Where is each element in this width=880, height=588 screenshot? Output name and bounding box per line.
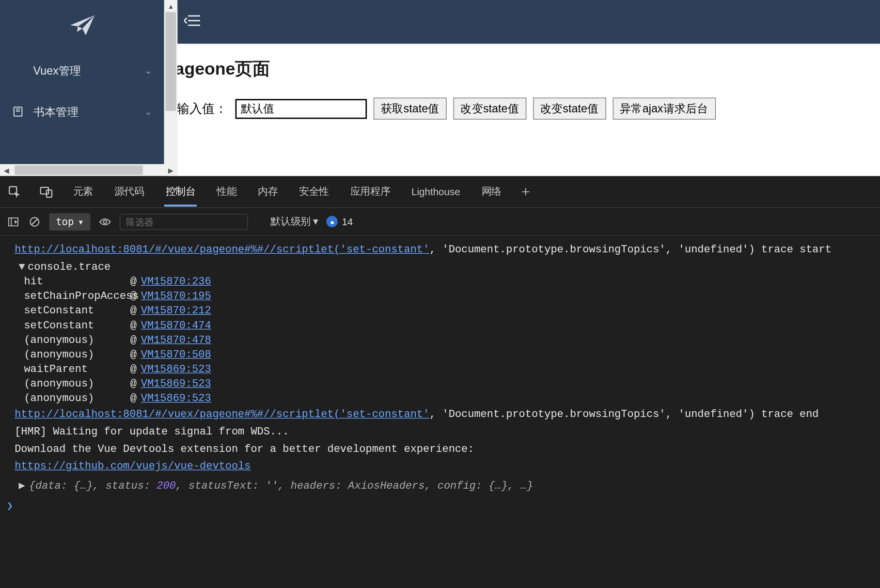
tab-memory[interactable]: 内存 — [256, 177, 279, 206]
trace-row: setConstant@ VM15870:212 — [0, 304, 880, 318]
trace-row: (anonymous)@ VM15870:508 — [0, 347, 880, 362]
console-link[interactable]: https://github.com/vuejs/vue-devtools — [15, 461, 251, 473]
tab-performance[interactable]: 性能 — [215, 177, 238, 206]
context-selector[interactable]: top▾ — [49, 213, 90, 231]
console-line: http://localhost:8081/#/vuex/pageone#%#/… — [0, 241, 880, 259]
trace-fn: setConstant — [24, 320, 130, 332]
scroll-thumb[interactable] — [15, 166, 143, 175]
trace-row: setChainPropAccess@ VM15870:195 — [0, 289, 880, 304]
trace-at: @ — [130, 349, 141, 361]
trace-location-link[interactable]: VM15870:508 — [141, 349, 211, 361]
trace-row: (anonymous)@ VM15869:523 — [0, 377, 880, 391]
log-level-label: 默认级别 — [270, 215, 310, 226]
obj-status: 200 — [157, 480, 176, 493]
obj-text: {data: {…}, status: — [29, 480, 157, 493]
clear-console-icon[interactable] — [28, 215, 41, 228]
set-state-button-2[interactable]: 改变state值 — [533, 98, 606, 120]
trace-location-link[interactable]: VM15870:474 — [141, 320, 211, 332]
sidebar-item-book[interactable]: 书本管理 ⌄ — [0, 91, 164, 132]
add-tab-icon[interactable]: + — [521, 183, 530, 201]
obj-text: , statusText: '', headers: AxiosHeaders,… — [176, 480, 533, 493]
tab-sources[interactable]: 源代码 — [113, 177, 145, 206]
console-prompt[interactable]: ❯ — [0, 495, 880, 516]
svg-line-12 — [32, 219, 37, 224]
trace-location-link[interactable]: VM15869:523 — [141, 393, 211, 405]
devtools-panel: 元素 源代码 控制台 性能 内存 安全性 应用程序 Lighthouse 网络 … — [0, 176, 880, 588]
value-input[interactable] — [236, 99, 367, 119]
page-content: pageone页面 请输入值： 获取state值 改变state值 改变stat… — [164, 44, 880, 120]
trace-row: (anonymous)@ VM15869:523 — [0, 391, 880, 406]
trace-location-link[interactable]: VM15870:212 — [141, 305, 211, 317]
trace-location-link[interactable]: VM15869:523 — [141, 378, 211, 390]
trace-location-link[interactable]: VM15870:236 — [141, 276, 211, 288]
tab-console[interactable]: 控制台 — [164, 177, 197, 206]
trace-location-link[interactable]: VM15870:478 — [141, 334, 211, 346]
svg-point-13 — [103, 220, 107, 223]
issues-badge[interactable]: ●14 — [327, 216, 353, 227]
sidebar-item-label: Vuex管理 — [33, 63, 144, 78]
trace-fn: (anonymous) — [24, 334, 130, 346]
inspect-element-icon[interactable] — [8, 185, 21, 198]
toggle-drawer-icon[interactable] — [7, 215, 20, 228]
tab-application[interactable]: 应用程序 — [349, 177, 392, 206]
devtools-tabs: 元素 源代码 控制台 性能 内存 安全性 应用程序 Lighthouse 网络 … — [0, 176, 880, 208]
trace-fn: (anonymous) — [24, 349, 130, 361]
trace-location-link[interactable]: VM15870:195 — [141, 290, 211, 302]
sidebar-hscrollbar[interactable]: ◀ ▶ — [0, 164, 177, 176]
tab-lighthouse[interactable]: Lighthouse — [410, 178, 461, 205]
ajax-error-button[interactable]: 异常ajax请求后台 — [613, 98, 716, 120]
set-state-button-1[interactable]: 改变state值 — [453, 98, 526, 120]
app-logo — [0, 0, 164, 50]
trace-at: @ — [130, 290, 141, 302]
sidebar-vscrollbar[interactable]: ▲ ▼ — [164, 0, 177, 176]
console-line: [HMR] Waiting for update signal from WDS… — [0, 423, 880, 441]
trace-header[interactable]: ▼console.trace — [0, 259, 880, 275]
trace-fn: hit — [24, 276, 130, 288]
form-row: 请输入值： 获取state值 改变state值 改变state值 异常ajax请… — [164, 98, 880, 120]
chevron-down-icon: ⌄ — [144, 65, 152, 76]
svg-rect-7 — [41, 187, 48, 194]
trace-label: console.trace — [28, 261, 110, 273]
trace-at: @ — [130, 363, 141, 375]
console-toolbar: top▾ 默认级别 ▾ ●14 — [0, 208, 880, 236]
trace-row: setConstant@ VM15870:474 — [0, 318, 880, 333]
console-object[interactable]: ▶{data: {…}, status: 200, statusText: ''… — [0, 475, 880, 495]
book-icon — [12, 106, 25, 118]
tab-security[interactable]: 安全性 — [298, 177, 330, 206]
info-dot-icon: ● — [327, 216, 338, 227]
triangle-down-icon: ▼ — [18, 261, 25, 273]
tab-network[interactable]: 网络 — [480, 177, 503, 206]
trace-at: @ — [130, 393, 141, 405]
trace-fn: setConstant — [24, 305, 130, 317]
console-line: http://localhost:8081/#/vuex/pageone#%#/… — [0, 406, 880, 423]
collapse-sidebar-icon[interactable] — [184, 13, 202, 31]
console-text: , 'Document.prototype.browsingTopics', '… — [429, 409, 818, 421]
console-link[interactable]: http://localhost:8081/#/vuex/pageone#%#/… — [15, 409, 429, 421]
trace-location-link[interactable]: VM15869:523 — [141, 363, 211, 375]
scroll-thumb[interactable] — [166, 12, 176, 111]
console-output: http://localhost:8081/#/vuex/pageone#%#/… — [0, 236, 880, 588]
console-line: Download the Vue Devtools extension for … — [0, 440, 880, 458]
live-expression-icon[interactable] — [98, 215, 111, 228]
badge-count: 14 — [342, 216, 353, 227]
log-level-selector[interactable]: 默认级别 ▾ — [270, 215, 318, 228]
scroll-right-icon[interactable]: ▶ — [164, 164, 177, 176]
scroll-track[interactable] — [164, 12, 177, 164]
console-filter-input[interactable] — [120, 214, 248, 230]
paper-plane-icon — [69, 14, 95, 36]
sidebar-item-vuex[interactable]: Vuex管理 ⌄ — [0, 50, 164, 91]
console-link[interactable]: http://localhost:8081/#/vuex/pageone#%#/… — [15, 244, 429, 256]
trace-at: @ — [130, 305, 141, 317]
device-toggle-icon[interactable] — [40, 185, 53, 198]
sidebar: Vuex管理 ⌄ 书本管理 ⌄ ▲ ▼ ◀ ▶ — [0, 0, 164, 176]
context-label: top — [56, 216, 74, 228]
tab-elements[interactable]: 元素 — [72, 177, 94, 206]
topbar — [164, 0, 880, 44]
scroll-left-icon[interactable]: ◀ — [0, 164, 13, 176]
trace-fn: (anonymous) — [24, 378, 130, 390]
scroll-track[interactable] — [13, 164, 164, 176]
scroll-up-icon[interactable]: ▲ — [164, 0, 177, 12]
get-state-button[interactable]: 获取state值 — [374, 98, 447, 120]
console-text: , 'Document.prototype.browsingTopics', '… — [429, 244, 832, 256]
trace-at: @ — [130, 378, 141, 390]
